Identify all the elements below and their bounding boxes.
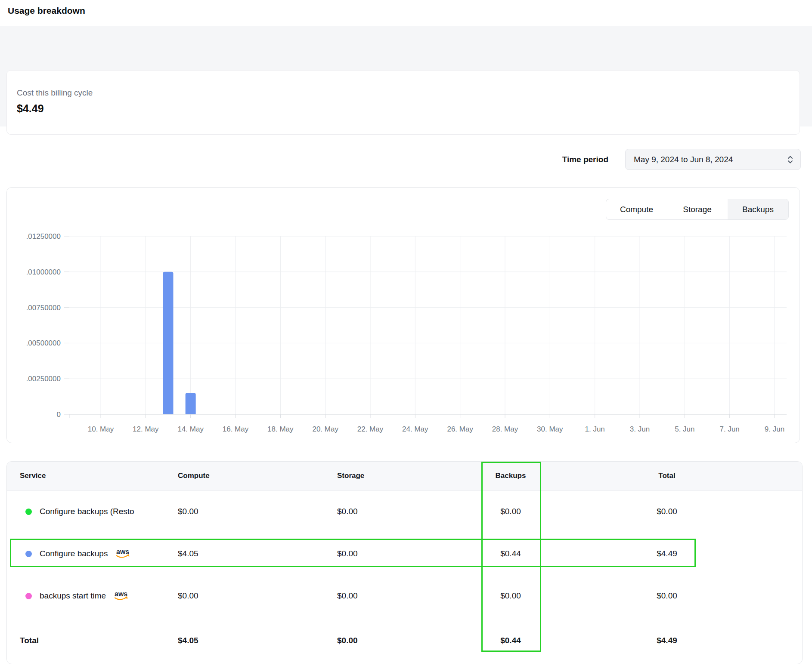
usage-chart-card: Compute Storage Backups .01250000.010000…	[6, 187, 800, 443]
time-period-select[interactable]: May 9, 2024 to Jun 8, 2024	[625, 149, 801, 170]
table-total-row: Total $4.05 $0.00 $0.44 $4.49	[7, 617, 803, 664]
svg-text:3. Jun: 3. Jun	[630, 425, 650, 433]
svg-text:16. May: 16. May	[223, 425, 249, 433]
col-header-service: Service	[7, 462, 178, 490]
svg-text:.00750000: .00750000	[26, 304, 61, 312]
svg-text:aws: aws	[115, 590, 127, 598]
service-name: backups start time	[40, 591, 106, 601]
cost-card-amount: $4.49	[17, 102, 800, 115]
col-header-total: Total	[580, 462, 754, 490]
total-backups: $0.44	[442, 617, 580, 664]
cell-total: $4.49	[580, 533, 754, 575]
service-name: Configure backups	[40, 549, 108, 558]
aws-logo-icon: aws	[115, 548, 131, 561]
service-name: Configure backups (Resto	[40, 507, 134, 516]
svg-text:.00500000: .00500000	[26, 339, 61, 347]
svg-text:.01250000: .01250000	[26, 232, 61, 240]
svg-text:1. Jun: 1. Jun	[585, 425, 605, 433]
svg-text:22. May: 22. May	[357, 425, 384, 433]
cell-compute: $0.00	[178, 490, 337, 533]
svg-text:14. May: 14. May	[177, 425, 204, 433]
total-total: $4.49	[580, 617, 754, 664]
col-header-backups: Backups	[442, 462, 580, 490]
svg-text:18. May: 18. May	[267, 425, 294, 433]
cell-backups: $0.44	[442, 533, 580, 575]
svg-text:20. May: 20. May	[312, 425, 338, 433]
total-row-label: Total	[7, 617, 178, 664]
cell-backups: $0.00	[442, 575, 580, 617]
svg-text:5. Jun: 5. Jun	[675, 425, 694, 433]
usage-chart: .01250000.01000000.00750000.00500000.002…	[7, 188, 800, 444]
svg-text:26. May: 26. May	[447, 425, 473, 433]
table-header-row: Service Compute Storage Backups Total	[7, 462, 803, 490]
table-row: Configure backups (Resto $0.00 $0.00 $0.…	[7, 490, 803, 533]
cost-card: Cost this billing cycle $4.49	[6, 70, 800, 135]
total-storage: $0.00	[337, 617, 442, 664]
chart-metric-tabs: Compute Storage Backups	[606, 199, 789, 220]
svg-text:7. Jun: 7. Jun	[720, 425, 740, 433]
tab-compute[interactable]: Compute	[606, 199, 667, 219]
time-period-label: Time period	[508, 149, 608, 170]
col-header-compute: Compute	[178, 462, 337, 490]
cell-storage: $0.00	[337, 490, 442, 533]
svg-text:.00250000: .00250000	[26, 375, 61, 383]
cell-total: $0.00	[580, 575, 754, 617]
page-title: Usage breakdown	[8, 6, 85, 16]
table-row: Configure backups aws $4.05 $0.00 $0.44 …	[7, 533, 803, 575]
svg-text:12. May: 12. May	[133, 425, 159, 433]
cell-compute: $0.00	[178, 575, 337, 617]
svg-text:10. May: 10. May	[88, 425, 114, 433]
svg-text:.01000000: .01000000	[26, 268, 61, 276]
billing-summary-strip: Cost this billing cycle $4.49	[0, 26, 812, 126]
cell-storage: $0.00	[337, 533, 442, 575]
usage-table: Service Compute Storage Backups Total Co…	[7, 462, 803, 664]
tab-storage[interactable]: Storage	[667, 199, 728, 219]
usage-table-card: Service Compute Storage Backups Total Co…	[6, 461, 803, 664]
cell-backups: $0.00	[442, 490, 580, 533]
time-period-value: May 9, 2024 to Jun 8, 2024	[634, 155, 733, 164]
svg-text:aws: aws	[116, 548, 129, 555]
service-dot	[25, 509, 32, 515]
aws-logo-icon: aws	[113, 590, 129, 603]
cell-compute: $4.05	[178, 533, 337, 575]
svg-text:0: 0	[57, 410, 61, 419]
cell-total: $0.00	[580, 490, 754, 533]
svg-text:9. Jun: 9. Jun	[765, 425, 784, 433]
total-compute: $4.05	[178, 617, 337, 664]
service-dot	[25, 551, 32, 557]
selector-chevrons-icon	[787, 154, 793, 165]
svg-text:30. May: 30. May	[537, 425, 563, 433]
cell-storage: $0.00	[337, 575, 442, 617]
svg-text:24. May: 24. May	[402, 425, 428, 433]
service-dot	[25, 593, 32, 599]
tab-backups[interactable]: Backups	[728, 199, 788, 219]
table-row: backups start time aws $0.00 $0.00 $0.00…	[7, 575, 803, 617]
cost-card-label: Cost this billing cycle	[17, 88, 800, 98]
svg-text:28. May: 28. May	[492, 425, 518, 433]
col-header-storage: Storage	[337, 462, 442, 490]
